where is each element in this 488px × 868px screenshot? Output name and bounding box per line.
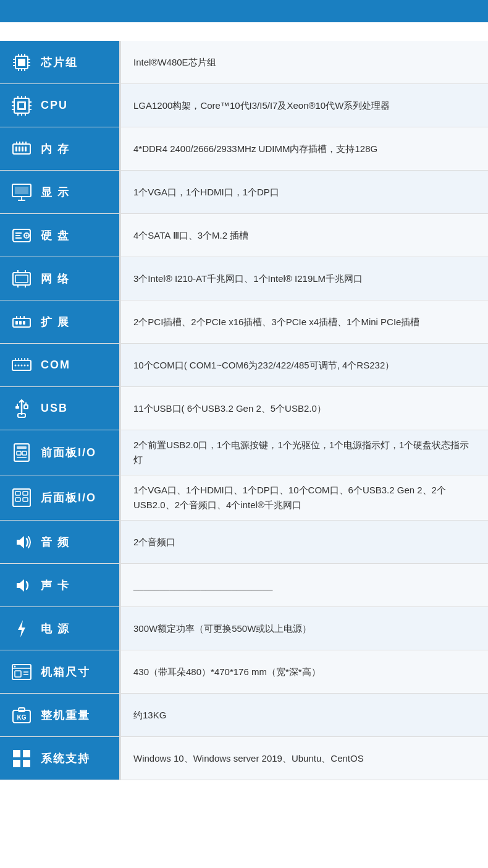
svg-rect-31: [19, 147, 20, 151]
spec-value-weight: 约13KG: [119, 694, 488, 736]
svg-rect-88: [23, 498, 28, 501]
spec-value-memory: 4*DDR4 2400/2666/2933MHz UDIMM内存插槽，支持128…: [119, 127, 488, 170]
spec-row-display: 显 示1个VGA口，1个HDMI口，1个DP口: [0, 171, 488, 214]
svg-rect-16: [19, 103, 24, 108]
spec-value-frontio: 2个前置USB2.0口，1个电源按键，1个光驱位，1个电源指示灯，1个硬盘状态指…: [119, 430, 488, 475]
spec-label-chassis: 机箱尺寸: [0, 650, 119, 693]
svg-rect-102: [23, 760, 30, 767]
label-text-display: 显 示: [41, 185, 70, 200]
svg-rect-56: [19, 321, 22, 325]
svg-point-65: [24, 364, 26, 366]
label-text-memory: 内 存: [41, 142, 70, 156]
spec-label-usb: USB: [0, 387, 119, 430]
usb-icon: [9, 396, 35, 422]
spec-row-com: COM10个COM口( COM1~COM6为232/422/485可调节, 4个…: [0, 344, 488, 387]
svg-point-92: [14, 665, 16, 667]
spec-row-network: 网 络3个Intel® I210-AT千兆网口、1个Intel® I219LM千…: [0, 257, 488, 300]
svg-rect-100: [23, 750, 30, 757]
spec-row-usb: USB11个USB口( 6个USB3.2 Gen 2、5个USB2.0）: [0, 387, 488, 430]
svg-rect-85: [15, 491, 20, 495]
svg-rect-101: [13, 760, 20, 767]
spec-row-chassis: 机箱尺寸430（带耳朵480）*470*176 mm（宽*深*高）: [0, 650, 488, 694]
spec-label-network: 网 络: [0, 257, 119, 300]
svg-rect-86: [23, 491, 28, 495]
label-text-usb: USB: [41, 402, 68, 415]
spec-label-harddisk: 硬 盘: [0, 214, 119, 257]
display-icon: [9, 179, 35, 205]
chip-icon: [9, 49, 35, 75]
spec-value-usb: 11个USB口( 6个USB3.2 Gen 2、5个USB2.0）: [119, 387, 488, 430]
frontio-icon: [9, 440, 35, 466]
header: [0, 0, 488, 22]
spec-value-network: 3个Intel® I210-AT千兆网口、1个Intel® I219LM千兆网口: [119, 257, 488, 300]
expansion-icon: [9, 309, 35, 335]
spec-label-memory: 内 存: [0, 127, 119, 170]
svg-point-66: [27, 364, 29, 366]
weight-icon: KG: [9, 702, 35, 728]
spec-value-display: 1个VGA口，1个HDMI口，1个DP口: [119, 171, 488, 213]
reario-icon: [9, 485, 35, 511]
spec-value-power: 300W额定功率（可更换550W或以上电源）: [119, 607, 488, 650]
spec-label-os: 系统支持: [0, 737, 119, 780]
svg-rect-41: [15, 187, 28, 194]
label-text-expansion: 扩 展: [41, 315, 70, 330]
spec-row-cpu: CPULGA1200构架，Core™10代I3/I5/I7及Xeon®10代W系…: [0, 84, 488, 127]
spec-row-harddisk: 硬 盘 4个SATA Ⅲ口、3个M.2 插槽: [0, 214, 488, 257]
svg-text:KG: KG: [17, 714, 27, 721]
cpu-icon: [9, 93, 35, 119]
label-text-soundcard: 声 卡: [41, 578, 70, 593]
power-icon: [9, 616, 35, 642]
label-text-weight: 整机重量: [41, 708, 90, 723]
spec-row-frontio: 前面板I/O2个前置USB2.0口，1个电源按键，1个光驱位，1个电源指示灯，1…: [0, 430, 488, 475]
spec-value-os: Windows 10、Windows server 2019、Ubuntu、Ce…: [119, 737, 488, 780]
label-text-chipset: 芯片组: [41, 55, 78, 70]
label-text-com: COM: [41, 359, 70, 372]
spec-label-reario: 后面板I/O: [0, 475, 119, 520]
spec-label-chipset: 芯片组: [0, 41, 119, 83]
spec-label-power: 电 源: [0, 607, 119, 650]
label-text-reario: 后面板I/O: [41, 490, 96, 505]
svg-rect-87: [15, 498, 20, 501]
spec-label-expansion: 扩 展: [0, 300, 119, 343]
spec-row-soundcard: 声 卡___________________________: [0, 564, 488, 607]
spec-row-reario: 后面板I/O1个VGA口、1个HDMI口、1个DP口、10个COM口、6个USB…: [0, 475, 488, 521]
label-text-network: 网 络: [41, 271, 70, 286]
svg-rect-57: [23, 321, 25, 325]
spacer: [0, 22, 488, 41]
spec-label-weight: KG 整机重量: [0, 694, 119, 736]
svg-rect-49: [15, 275, 28, 283]
label-text-power: 电 源: [41, 621, 70, 636]
harddisk-icon: [9, 223, 35, 249]
spec-label-cpu: CPU: [0, 84, 119, 127]
svg-rect-30: [15, 147, 17, 151]
svg-rect-93: [15, 671, 21, 677]
svg-marker-89: [18, 620, 25, 637]
svg-point-63: [18, 364, 20, 366]
spec-row-os: 系统支持Windows 10、Windows server 2019、Ubunt…: [0, 737, 488, 780]
spec-value-chipset: Intel®W480E芯片组: [119, 41, 488, 83]
spec-label-frontio: 前面板I/O: [0, 430, 119, 475]
spec-row-chipset: 芯片组Intel®W480E芯片组: [0, 41, 488, 84]
spec-value-com: 10个COM口( COM1~COM6为232/422/485可调节, 4个RS2…: [119, 344, 488, 386]
label-text-os: 系统支持: [41, 751, 90, 766]
label-text-harddisk: 硬 盘: [41, 228, 70, 243]
svg-point-44: [26, 234, 28, 236]
audio-icon: [9, 529, 35, 555]
os-icon: [9, 746, 35, 772]
spec-row-power: 电 源300W额定功率（可更换550W或以上电源）: [0, 607, 488, 650]
spec-row-audio: 音 频2个音频口: [0, 521, 488, 564]
svg-rect-73: [15, 406, 19, 409]
spec-row-memory: 内 存4*DDR4 2400/2666/2933MHz UDIMM内存插槽，支持…: [0, 127, 488, 171]
label-text-audio: 音 频: [41, 535, 70, 550]
spec-label-soundcard: 声 卡: [0, 564, 119, 606]
network-icon: [9, 266, 35, 292]
label-text-cpu: CPU: [41, 99, 68, 112]
spec-value-cpu: LGA1200构架，Core™10代I3/I5/I7及Xeon®10代W系列处理…: [119, 84, 488, 127]
label-text-frontio: 前面板I/O: [41, 445, 96, 460]
spec-value-soundcard: ___________________________: [119, 564, 488, 606]
svg-rect-78: [18, 414, 25, 417]
svg-rect-82: [22, 451, 27, 455]
com-icon: [9, 352, 35, 378]
svg-rect-99: [13, 750, 20, 757]
soundcard-icon: [9, 572, 35, 598]
